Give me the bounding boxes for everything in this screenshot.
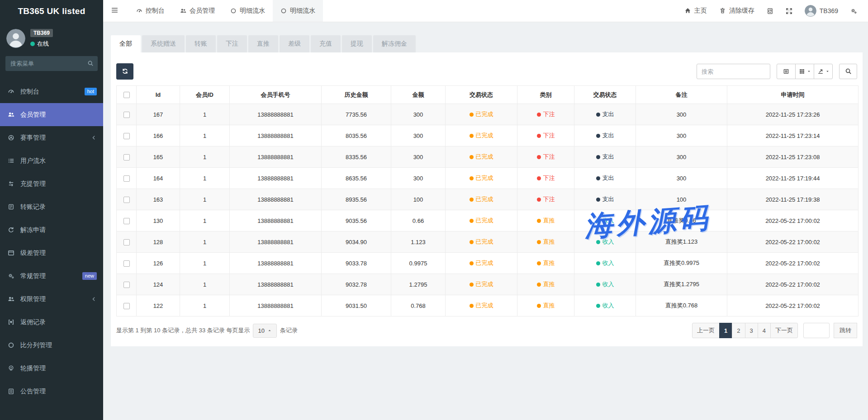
filter-tab[interactable]: 提现 — [342, 35, 372, 52]
page-button[interactable]: 1 — [719, 323, 732, 338]
status-dot — [596, 176, 600, 180]
cell-history-amount: 9033.78 — [322, 253, 391, 274]
topnav-tab[interactable]: 控制台 — [128, 0, 172, 22]
trade-status-badge: 已完成 — [470, 195, 493, 203]
menu-toggle-icon[interactable] — [111, 6, 119, 15]
next-page-button[interactable]: 下一页 — [770, 323, 798, 338]
cell-id: 164 — [137, 168, 180, 189]
filter-tab[interactable]: 系统赠送 — [142, 35, 185, 52]
topnav-tab[interactable]: 明细流水 — [273, 0, 323, 22]
sidebar-item-label: 级差管理 — [20, 249, 97, 257]
cell-time: 2022-05-22 17:00:02 — [727, 295, 859, 316]
sidebar-item[interactable]: 公告管理 — [0, 380, 103, 403]
page-button[interactable]: 2 — [732, 323, 745, 338]
filter-tab[interactable]: 直推 — [248, 35, 278, 52]
page-button[interactable]: 4 — [758, 323, 771, 338]
sidebar-item[interactable]: 返佣记录 — [0, 311, 103, 334]
page-button[interactable]: 3 — [745, 323, 758, 338]
trash-icon — [719, 7, 726, 15]
category-badge: 直推 — [537, 259, 555, 267]
row-checkbox[interactable] — [123, 282, 130, 288]
search-icon — [87, 60, 94, 67]
cell-history-amount: 8335.56 — [322, 146, 391, 168]
filter-tab[interactable]: 差级 — [280, 35, 309, 52]
sidebar-item[interactable]: 转账记录 — [0, 195, 103, 218]
row-checkbox[interactable] — [123, 154, 130, 160]
jump-button[interactable]: 跳转 — [834, 323, 857, 338]
home-link[interactable]: 主页 — [684, 7, 707, 15]
sidebar-item[interactable]: 充提管理 — [0, 172, 103, 195]
table-row: 128 1 13888888881 9034.90 1.123 已完成 直推 收… — [117, 231, 859, 253]
filter-tab[interactable]: 转账 — [186, 35, 216, 52]
select-all-checkbox[interactable] — [123, 92, 130, 98]
search-button[interactable] — [839, 64, 857, 79]
sidebar-item[interactable]: 用户流水 — [0, 149, 103, 172]
cell-id: 130 — [137, 210, 180, 231]
category-badge: 直推 — [537, 238, 555, 246]
filter-tab[interactable]: 充值 — [311, 35, 341, 52]
cell-id: 128 — [137, 231, 180, 253]
user-panel: TB369 在线 — [0, 22, 103, 52]
sidebar-item-label: 会员管理 — [20, 111, 97, 119]
sidebar-search-input[interactable] — [5, 56, 98, 71]
column-header: 历史金额 — [322, 86, 391, 104]
trade-status-badge: 已完成 — [470, 153, 493, 161]
row-checkbox[interactable] — [123, 133, 130, 139]
sidebar-item[interactable]: 权限管理 — [0, 288, 103, 311]
cell-remark: 300 — [636, 104, 727, 125]
table-search-input[interactable] — [697, 64, 770, 79]
sidebar-item[interactable]: 控制台 hot — [0, 80, 103, 103]
trade-status-badge: 已完成 — [470, 280, 493, 288]
columns-button[interactable] — [795, 64, 814, 79]
sidebar-item[interactable]: 常规管理 new — [0, 264, 103, 288]
trade-status-badge: 已完成 — [470, 259, 493, 267]
row-checkbox[interactable] — [123, 260, 130, 267]
log-file-icon[interactable] — [767, 8, 773, 14]
users-icon — [8, 111, 17, 118]
row-checkbox[interactable] — [123, 239, 130, 245]
flow-status-badge: 支出 — [596, 110, 614, 118]
ring-icon — [8, 341, 17, 349]
trade-status-badge: 已完成 — [470, 132, 493, 140]
cell-time: 2022-11-25 17:19:44 — [727, 168, 859, 189]
sidebar-item[interactable]: 轮播管理 — [0, 357, 103, 380]
category-badge: 下注 — [537, 110, 555, 118]
topnav-tab[interactable]: 明细流水 — [223, 0, 273, 22]
prev-page-button[interactable]: 上一页 — [692, 323, 720, 338]
detail-view-button[interactable] — [777, 64, 796, 79]
filter-tab[interactable]: 解冻佣金 — [373, 35, 416, 52]
sidebar-item[interactable]: 赛事管理 — [0, 126, 103, 149]
fullscreen-icon[interactable] — [786, 8, 792, 14]
cell-id: 166 — [137, 125, 180, 146]
status-dot — [596, 283, 600, 287]
row-checkbox[interactable] — [123, 175, 130, 182]
page-size-select[interactable]: 10 — [253, 324, 276, 338]
refresh-button[interactable] — [116, 63, 133, 80]
sidebar-item[interactable]: 会员管理 — [0, 103, 103, 126]
filter-tab[interactable]: 全部 — [111, 35, 141, 52]
clear-cache-link[interactable]: 清除缓存 — [719, 7, 754, 15]
row-checkbox[interactable] — [123, 218, 130, 224]
cell-time: 2022-11-25 17:19:38 — [727, 189, 859, 210]
sidebar-item[interactable]: 解冻申请 — [0, 218, 103, 241]
sidebar-item[interactable]: 比分列管理 — [0, 334, 103, 357]
row-checkbox[interactable] — [123, 112, 130, 118]
table-row: 126 1 13888888881 9033.78 0.9975 已完成 直推 … — [117, 253, 859, 274]
status-dot — [470, 219, 474, 223]
row-checkbox[interactable] — [123, 303, 130, 309]
settings-icon[interactable] — [850, 8, 857, 14]
export-button[interactable] — [814, 64, 833, 79]
status-dot — [470, 176, 474, 180]
topnav-tab[interactable]: 会员管理 — [172, 0, 223, 22]
filter-tab[interactable]: 下注 — [217, 35, 247, 52]
cell-history-amount: 9034.90 — [322, 231, 391, 253]
row-checkbox[interactable] — [123, 197, 130, 203]
users-icon — [8, 295, 17, 303]
export-icon — [817, 68, 824, 75]
status-dot — [596, 219, 600, 223]
jump-page-input[interactable] — [803, 323, 830, 338]
cell-remark: 直推奖0.66 — [636, 210, 727, 231]
user-menu[interactable]: TB369 — [805, 5, 838, 17]
online-dot — [30, 42, 35, 46]
sidebar-item[interactable]: 级差管理 — [0, 241, 103, 264]
